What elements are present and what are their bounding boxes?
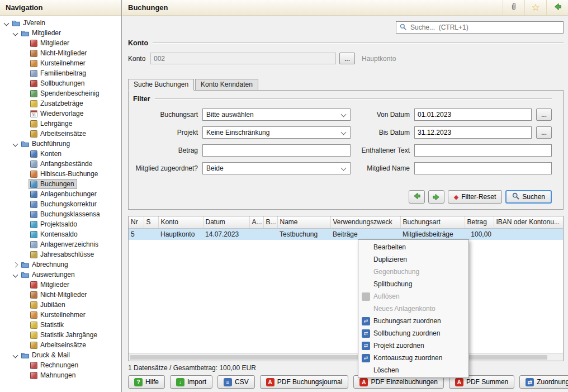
column-header-iban-oder-kontonu[interactable]: IBAN oder Kontonu... <box>494 216 564 228</box>
column-header-b[interactable]: B... <box>263 216 277 228</box>
courses-icon <box>30 120 37 127</box>
tree-item-arbeitseinsaetze[interactable]: Arbeitseinsätze <box>0 340 121 350</box>
column-header-nr[interactable]: Nr <box>129 216 144 228</box>
back-button[interactable] <box>546 0 568 15</box>
app-window: Navigation JVereinMitgliederMitgliederNi… <box>0 0 568 392</box>
tree-item-kursteilnehmer[interactable]: Kursteilnehmer <box>0 58 121 68</box>
pdf-buchungsjournal-button[interactable]: APDF Buchungsjournal <box>260 375 349 389</box>
table-row[interactable]: 5Hauptkonto14.07.2023TestbuchungBeiträge… <box>129 228 564 240</box>
collapse-arrow-icon[interactable] <box>2 19 11 27</box>
csv-button[interactable]: ≡CSV <box>217 375 255 389</box>
mitglied-zugeordnet-select[interactable]: Beide <box>202 162 351 174</box>
tree-item-buchungen[interactable]: Buchungen <box>0 179 121 189</box>
collapse-arrow-icon[interactable] <box>11 29 20 37</box>
column-header-betrag[interactable]: Betrag <box>465 216 494 228</box>
green-arrow-left-icon <box>413 192 421 202</box>
bis-datum-calendar-button[interactable]: ... <box>536 126 552 139</box>
tree-item-auswertungen[interactable]: Auswertungen <box>0 270 121 280</box>
invoices-icon <box>30 362 37 369</box>
column-header-verwendungszweck[interactable]: Verwendungszweck <box>330 216 400 228</box>
tree-item-zusatzbetraege[interactable]: Zusatzbeträge <box>0 98 121 108</box>
mitglied-name-input[interactable] <box>414 162 552 174</box>
import-button[interactable]: ↓Import <box>170 375 212 389</box>
collapse-arrow-icon[interactable] <box>11 351 20 360</box>
tree-item-mitglieder[interactable]: Mitglieder <box>0 38 121 48</box>
context-menu: BearbeitenDuplizierenGegenbuchungSplitbu… <box>358 239 469 378</box>
menu-item-duplizieren[interactable]: Duplizieren <box>359 253 467 266</box>
tree-item-arbeitseinsaetze[interactable]: Arbeitseinsätze <box>0 129 121 139</box>
previous-page-button[interactable] <box>409 190 425 204</box>
tree-item-nicht-mitglieder[interactable]: Nicht-Mitglieder <box>0 48 121 58</box>
column-header-s[interactable]: S <box>144 216 158 228</box>
tree-item-lehrgaenge[interactable]: Lehrgänge <box>0 119 121 129</box>
horizontal-scrollbar[interactable] <box>129 353 563 361</box>
chevron-down-icon <box>341 130 347 135</box>
tree-item-statistik-jahrgaenge[interactable]: Statistik Jahrgänge <box>0 330 121 340</box>
projekt-select[interactable]: Keine Einschränkung <box>202 126 351 139</box>
tree-item-buchungsklassensa[interactable]: Buchungsklassensa <box>0 209 121 219</box>
tree-item-jubilaeen[interactable]: Jubiläen <box>0 300 121 310</box>
enthaltener-text-input[interactable] <box>414 144 552 157</box>
tab-konto-kenndaten[interactable]: Konto Kenndaten <box>195 79 258 91</box>
column-header-a[interactable]: A... <box>249 216 263 228</box>
tree-item-spendenbescheinig[interactable]: Spendenbescheinig <box>0 88 121 98</box>
global-search <box>396 21 564 34</box>
bis-datum-input[interactable] <box>414 126 532 139</box>
tree-item-mitglieder[interactable]: Mitglieder <box>0 28 121 38</box>
betrag-input[interactable] <box>202 144 351 157</box>
column-header-datum[interactable]: Datum <box>203 216 249 228</box>
tree-item-druck-mail[interactable]: Druck & Mail <box>0 350 121 360</box>
menu-item-buchungsart-zuordnen[interactable]: ⇄Buchungsart zuordnen <box>359 315 467 327</box>
tree-item-abrechnung[interactable]: Abrechnung <box>0 259 121 270</box>
menu-item-gegenbuchung: Gegenbuchung <box>359 266 467 278</box>
zuordnung-button[interactable]: ⇄Zuordnung <box>519 375 568 389</box>
tree-item-jahresabschluesse[interactable]: Jahresabschlüsse <box>0 249 121 259</box>
tree-item-buchfuehrung[interactable]: Buchführung <box>0 139 121 149</box>
favorite-button[interactable]: ☆ <box>524 0 546 15</box>
tree-item-kontensaldo[interactable]: Kontensaldo <box>0 229 121 239</box>
scrollbar-thumb[interactable] <box>130 355 547 360</box>
column-header-konto[interactable]: Konto <box>158 216 203 228</box>
tree-item-mahnungen[interactable]: Mahnungen <box>0 370 121 380</box>
menu-item-kontoauszug-zuordnen[interactable]: ⇄Kontoauszug zuordnen <box>359 352 467 364</box>
buchungsart-select[interactable]: Bitte auswählen <box>202 108 351 121</box>
tree-item-projektsaldo[interactable]: Projektsaldo <box>0 219 121 229</box>
tree-item-hibiscus-buchunge[interactable]: Hibiscus-Buchunge <box>0 169 121 179</box>
next-page-button[interactable] <box>428 190 444 204</box>
von-datum-calendar-button[interactable]: ... <box>536 108 552 121</box>
tree-item-sollbuchungen[interactable]: Sollbuchungen <box>0 78 121 88</box>
tree-item-jverein[interactable]: JVerein <box>0 18 121 28</box>
tree-item-content: Jahresabschlüsse <box>29 249 97 259</box>
menu-item-loeschen[interactable]: Löschen <box>359 364 467 376</box>
tree-item-rechnungen[interactable]: Rechnungen <box>0 360 121 370</box>
members-icon <box>30 281 37 289</box>
tree-item-kursteilnehmer[interactable]: Kursteilnehmer <box>0 310 121 320</box>
column-header-name[interactable]: Name <box>277 216 330 228</box>
tree-item-wiedervorlage[interactable]: 31Wiedervorlage <box>0 108 121 119</box>
von-datum-input[interactable] <box>414 108 532 121</box>
tab-suche-buchungen[interactable]: Suche Buchungen <box>128 79 194 91</box>
menu-item-projekt-zuordnen[interactable]: ⇄Projekt zuordnen <box>359 339 467 352</box>
konto-browse-button[interactable]: ... <box>339 53 355 64</box>
tree-item-buchungskorrektur[interactable]: Buchungskorrektur <box>0 199 121 209</box>
tree-item-mitglieder[interactable]: Mitglieder <box>0 280 121 290</box>
expand-arrow-icon[interactable] <box>11 261 20 269</box>
menu-item-splitbuchung[interactable]: Splitbuchung <box>359 278 467 290</box>
tree-item-anlagenbuchunger[interactable]: Anlagenbuchunger <box>0 189 121 199</box>
column-header-buchungsart[interactable]: Buchungsart <box>400 216 465 228</box>
tree-item-konten[interactable]: Konten <box>0 149 121 159</box>
collapse-arrow-icon[interactable] <box>11 271 20 279</box>
tree-item-anfangsbestaende[interactable]: Anfangsbestände <box>0 159 121 169</box>
search-input[interactable] <box>409 23 560 32</box>
menu-item-sollbuchung-zuordnen[interactable]: ⇄Sollbuchung zuordnen <box>359 327 467 339</box>
tree-item-statistik[interactable]: Statistik <box>0 320 121 330</box>
tree-item-familienbeitrag[interactable]: Familienbeitrag <box>0 68 121 78</box>
filter-reset-button[interactable]: ◆ Filter-Reset <box>448 190 502 204</box>
hilfe-button[interactable]: ?Hilfe <box>128 375 165 389</box>
collapse-arrow-icon[interactable] <box>11 140 20 148</box>
menu-item-bearbeiten[interactable]: Bearbeiten <box>359 241 467 253</box>
tree-item-nicht-mitglieder[interactable]: Nicht-Mitglieder <box>0 290 121 300</box>
attachments-button[interactable] <box>503 0 524 15</box>
suchen-button[interactable]: Suchen <box>505 190 552 204</box>
tree-item-anlagenverzeichnis[interactable]: Anlagenverzeichnis <box>0 239 121 249</box>
